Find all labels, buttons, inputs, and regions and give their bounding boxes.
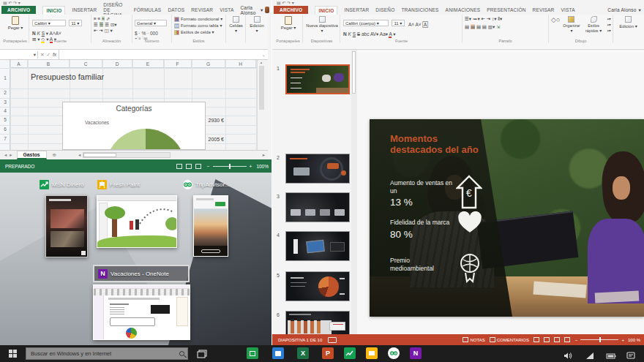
currency-button[interactable]: $ <box>135 31 138 36</box>
slide-thumbnail-1[interactable] <box>285 64 350 94</box>
cells-button[interactable]: Celdas ▾ <box>228 16 244 33</box>
number-format-combo[interactable]: General ▾ <box>135 20 167 26</box>
taskview-tile-msn-dinero[interactable]: MSN Dinero <box>40 180 84 189</box>
thumbnail-scrollbar-thumb[interactable] <box>352 51 356 94</box>
battery-icon[interactable] <box>606 350 616 362</box>
ppt-zoom-slider-thumb[interactable] <box>599 337 601 342</box>
conditional-format-button[interactable]: Formato condicional ▾ <box>174 16 224 23</box>
ppt-case-icon[interactable]: Aa▾ <box>380 31 388 37</box>
ppt-italic-button[interactable]: K <box>348 31 351 37</box>
ppt-tab-vista[interactable]: VISTA <box>561 7 574 12</box>
ppt-tab-diseno[interactable]: DISEÑO <box>375 7 394 12</box>
slide-thumbnail-4[interactable] <box>285 231 350 261</box>
slide-item2-value[interactable]: 80 % <box>390 229 413 240</box>
ppt-edit-button[interactable]: Edición ▾ <box>617 16 640 29</box>
excel-account-menu[interactable]: Carla Alonso ▾ <box>240 5 269 15</box>
ppt-underline-button[interactable]: S <box>353 31 356 37</box>
excel-zoom-level[interactable]: 100% <box>256 164 269 169</box>
shapes-icon[interactable]: ◇○ <box>551 16 560 23</box>
ppt-font-grow-icons[interactable]: A˄ A˅ 🄰 <box>408 22 428 27</box>
fx-icon[interactable]: fx <box>53 52 56 57</box>
arrange-button[interactable]: Organizar ▾ <box>563 16 580 33</box>
row-number[interactable]: 4 <box>0 108 10 113</box>
taskview-tile-tripadvisor[interactable]: TripAdvisor... <box>183 180 229 189</box>
network-icon[interactable] <box>585 350 594 362</box>
sheet-tab-gastos[interactable]: Gastos <box>17 151 47 159</box>
slide-thumbnail-5[interactable] <box>285 271 350 301</box>
sheet-nav-left-icon[interactable]: ◂ <box>4 152 7 158</box>
font-size-combo[interactable]: 11 ▾ <box>69 20 82 26</box>
shape-format-icons[interactable]: 🞄▾🞄▾🞄▾ <box>607 16 611 34</box>
tripadvisor-preview[interactable] <box>193 195 228 257</box>
hscrollbar-thumb[interactable] <box>83 153 116 157</box>
slide-thumbnail-2[interactable] <box>285 154 350 184</box>
new-slide-button[interactable]: Nueva diapositiva ▾ <box>306 16 338 33</box>
italic-button[interactable]: K <box>37 31 40 36</box>
bold-button[interactable]: N <box>32 31 36 36</box>
hscroll-left-icon[interactable]: ◂ <box>78 152 80 158</box>
zoom-out-icon[interactable]: − <box>207 164 210 169</box>
view-normal-icon[interactable] <box>533 337 539 342</box>
row-number[interactable]: 7 <box>0 136 10 141</box>
task-view-button[interactable] <box>197 350 207 358</box>
ppt-zoom-slider[interactable] <box>580 339 618 340</box>
taskview-tile-fresh-paint[interactable]: Fresh Paint <box>97 180 140 189</box>
taskbar-icon-green-app[interactable] <box>247 347 258 359</box>
volume-icon[interactable] <box>564 350 572 362</box>
excel-tab-formulas[interactable]: FÓRMULAS <box>134 7 162 12</box>
excel-tab-datos[interactable]: DATOS <box>168 7 184 12</box>
align-buttons[interactable]: ▤ ▤ ▤ ▤ ▥▾ ⇲ <box>465 24 547 30</box>
view-reading-icon[interactable] <box>554 337 560 342</box>
view-page-break-icon[interactable] <box>195 164 201 169</box>
ppt-bold-button[interactable]: N <box>343 31 347 37</box>
sheet-nav-right-icon[interactable]: ▸ <box>10 152 12 158</box>
ppt-account-menu[interactable]: Carla Alonso ▾ <box>607 7 641 13</box>
edit-button[interactable]: Edición ▾ <box>249 16 265 33</box>
slide-editing-area[interactable]: Momentos destacados del año Aumento de v… <box>357 50 644 334</box>
list-buttons[interactable]: ☰▾ ≔▾ ⇤ ⇥ ↕▾ ⫴▾ <box>465 16 547 22</box>
row-number[interactable]: 5 <box>0 117 10 122</box>
ppt-file-tab[interactable]: ARCHIVO <box>274 6 308 14</box>
ppt-font-size-combo[interactable]: 11 ▾ <box>392 20 405 26</box>
notes-toggle[interactable]: NOTAS <box>470 338 484 342</box>
ppt-quick-access-toolbar[interactable]: ▤ ↶ ↷ ▾ <box>277 0 294 5</box>
paste-button[interactable]: Pegar ▾ <box>4 16 27 30</box>
hscroll-right-icon[interactable]: ▸ <box>263 152 265 158</box>
fresh-paint-preview[interactable] <box>97 195 177 248</box>
excel-tab-revisar[interactable]: REVISAR <box>191 7 213 12</box>
ppt-paste-button[interactable]: Pegar ▾ <box>276 16 301 30</box>
row-number[interactable]: 3 <box>0 99 10 105</box>
slide-item1-value[interactable]: 13 % <box>390 197 413 208</box>
taskbar-icon-fresh-paint[interactable] <box>366 347 378 359</box>
action-center-icon[interactable] <box>626 350 635 362</box>
cancel-icon[interactable]: ✕ <box>40 52 44 58</box>
excel-vertical-scrollbar[interactable]: ▴ <box>257 60 265 150</box>
cell-b1[interactable]: Presupuesto familiar <box>31 72 104 81</box>
view-sorter-icon[interactable] <box>544 337 550 342</box>
zoom-in-icon[interactable]: + <box>621 338 624 342</box>
font-shrink-icon[interactable]: A˅ <box>56 31 61 36</box>
ppt-zoom-level[interactable]: 100 % <box>628 338 640 342</box>
align-mid-icons[interactable]: ☰ ☰ ☰ ⊡▾ <box>94 22 130 28</box>
excel-tab-vista[interactable]: VISTA <box>220 7 233 12</box>
scrollbar-thumb[interactable] <box>259 66 264 110</box>
onenote-preview[interactable] <box>93 284 190 340</box>
taskview-tile-onenote[interactable]: N Vacaciones - OneNote <box>93 265 190 282</box>
msn-dinero-preview[interactable] <box>45 195 88 257</box>
excel-pie-chart[interactable]: Categorías Vacaciones <box>62 102 206 150</box>
excel-file-tab[interactable]: ARCHIVO <box>1 6 36 14</box>
excel-quick-access-toolbar[interactable]: ▤ ↶ ↷ ▾ <box>3 0 20 5</box>
start-button[interactable] <box>9 350 17 358</box>
taskbar-icon-store[interactable] <box>272 347 284 359</box>
zoom-slider[interactable] <box>213 166 247 167</box>
font-name-combo[interactable]: Calibri ▾ <box>32 20 66 26</box>
comments-toggle[interactable]: COMENTARIOS <box>497 338 529 342</box>
ppt-font-name-combo[interactable]: Calibri (cuerpo) ▾ <box>343 20 389 26</box>
indent-icons[interactable]: ⇤ ⇥ ◫ ▾ <box>94 28 130 34</box>
row-number[interactable]: 6 <box>0 127 10 132</box>
ppt-tab-presentacion[interactable]: PRESENTACIÓN <box>487 7 525 12</box>
name-box[interactable]: ▾ <box>0 51 38 59</box>
row-number[interactable]: 1 <box>0 75 10 80</box>
ppt-char-spacing-icon[interactable]: AV▾ <box>370 31 378 37</box>
taskbar-icon-msn-dinero[interactable] <box>344 347 356 359</box>
